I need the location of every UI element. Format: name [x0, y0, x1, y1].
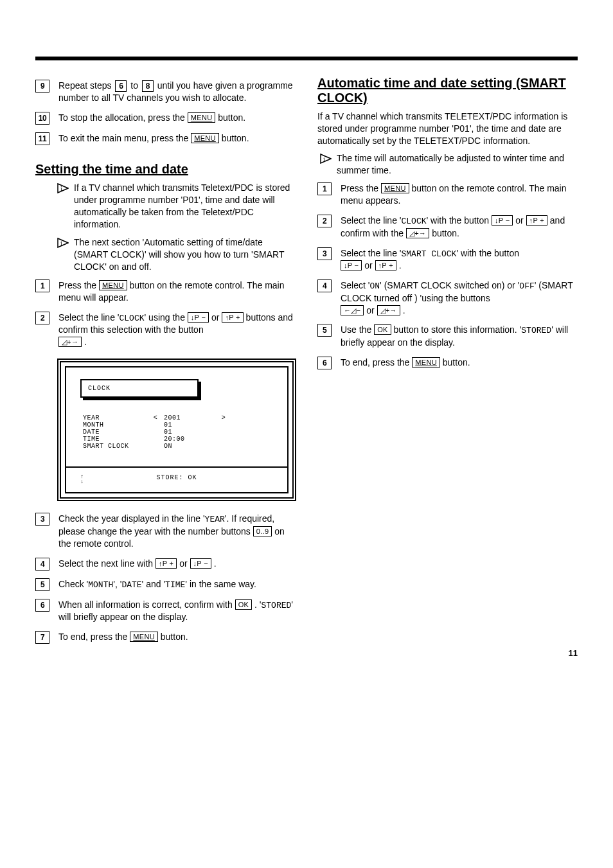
svg-marker-2	[58, 238, 68, 247]
step-4: 4 Select the next line with ↑P + or ↓P −…	[35, 558, 296, 571]
osd-label: MONTH	[83, 421, 147, 429]
osd-body: YEAR<2001> MONTH01 DATE01 TIME20:00 SMAR…	[83, 414, 273, 450]
p-up-button: ↑P +	[526, 215, 547, 226]
text: ' using the	[145, 312, 188, 323]
step-2: 2 Select the line 'CLOCK' with the butto…	[317, 215, 578, 239]
osd-footer: ↑↓ STORE: OK	[66, 466, 287, 492]
manual-page: 9 Repeat steps 6 to 8 until you have giv…	[0, 0, 613, 684]
text: Select the next line with	[58, 558, 155, 569]
step-2: 2 Select the line 'CLOCK' using the ↓P −…	[35, 312, 296, 348]
osd-label: TIME	[83, 436, 147, 443]
text: To end, press the	[341, 357, 412, 368]
osd-label: DATE	[83, 429, 147, 436]
text: button.	[158, 632, 188, 642]
osd-term: STORED	[521, 326, 551, 335]
text: Select the line '	[58, 312, 120, 323]
info-triangle-icon: i	[57, 183, 69, 193]
number-buttons-label: 0..9	[253, 526, 272, 536]
osd-term: ON	[369, 281, 380, 291]
text: .	[396, 260, 402, 270]
step-3: 3 Select the line 'SMART CLOCK' with the…	[317, 247, 578, 272]
two-column-layout: 9 Repeat steps 6 to 8 until you have giv…	[35, 76, 578, 651]
step-5: 5 Check 'MONTH', 'DATE' and 'TIME' in th…	[35, 578, 296, 591]
step-number: 1	[317, 182, 332, 195]
osd-row: MONTH01	[83, 421, 273, 429]
step-text: To end, press the MENU button.	[341, 357, 578, 369]
text: button.	[219, 133, 249, 143]
osd-title-bar: CLOCK	[80, 379, 199, 398]
step-number: 6	[35, 599, 49, 612]
svg-text:i: i	[323, 155, 325, 163]
text: To exit the main menu, press the	[58, 133, 191, 143]
osd-term: CLOCK	[120, 314, 145, 323]
step-number: 3	[317, 247, 332, 260]
step-number: 3	[35, 513, 49, 526]
p-down-button: ↓P −	[188, 312, 209, 323]
step-text: To end, press the MENU button.	[58, 631, 296, 643]
text: to	[128, 80, 140, 91]
text: Press the	[341, 183, 381, 193]
osd-term: SMART CLOCK	[402, 249, 457, 259]
step-text: Repeat steps 6 to 8 until you have given…	[58, 80, 296, 104]
osd-term: DATE	[121, 580, 141, 590]
p-down-button: ↓P −	[341, 260, 362, 270]
step-text: Select 'ON' (SMART CLOCK switched on) or…	[341, 279, 578, 316]
text: button.	[440, 357, 470, 368]
text: ' and '	[142, 579, 165, 589]
osd-footer-text: STORE: OK	[100, 474, 254, 484]
step-text: Select the next line with ↑P + or ↓P − .	[58, 558, 296, 570]
osd-term: TIME	[165, 580, 185, 590]
osd-row: YEAR<2001>	[83, 414, 273, 421]
step-1: 1 Press the MENU button on the remote co…	[35, 279, 296, 304]
text: button to store this information. '	[391, 324, 522, 335]
text: or	[362, 260, 375, 270]
svg-marker-4	[321, 154, 331, 163]
text: When all information is correct, confirm…	[58, 599, 235, 610]
ok-button-label: OK	[374, 324, 391, 335]
step-text: Select the line 'CLOCK' with the button …	[341, 215, 578, 239]
step-text: Select the line 'CLOCK' using the ↓P − o…	[58, 312, 296, 348]
osd-arrow-right: >	[215, 414, 232, 421]
osd-label: SMART CLOCK	[83, 443, 147, 450]
info-note: i The next section 'Automatic setting of…	[57, 236, 296, 273]
step-number: 5	[35, 578, 49, 591]
info-note: i The time will automatically be adjuste…	[320, 152, 578, 177]
text: Use the	[341, 324, 374, 335]
step-text: To stop the allocation, press the MENU b…	[58, 112, 296, 124]
osd-value: 20:00	[164, 436, 215, 443]
step-6: 6 To end, press the MENU button.	[317, 357, 578, 369]
right-plus-button: ◿+→	[58, 337, 82, 347]
osd-term: CLOCK	[402, 217, 427, 226]
menu-button-label: MENU	[188, 112, 216, 123]
text: .	[82, 337, 87, 347]
text: To stop the allocation, press the	[58, 112, 188, 123]
svg-marker-0	[58, 184, 68, 193]
step-number: 1	[35, 279, 49, 292]
step-5: 5 Use the OK button to store this inform…	[317, 324, 578, 348]
section-title-setting-time: Setting the time and date	[35, 162, 296, 177]
menu-button-label: MENU	[381, 183, 409, 193]
step-number: 7	[35, 631, 49, 644]
step-text: Check 'MONTH', 'DATE' and 'TIME' in the …	[58, 578, 296, 591]
top-rule	[35, 57, 578, 60]
text: Check the year displayed in the line '	[58, 513, 205, 524]
step-11: 11 To exit the main menu, press the MENU…	[35, 132, 296, 145]
step-text: When all information is correct, confirm…	[58, 599, 296, 623]
step-4: 4 Select 'ON' (SMART CLOCK switched on) …	[317, 279, 578, 316]
step-6: 6 When all information is correct, confi…	[35, 599, 296, 623]
text: .	[400, 305, 405, 315]
osd-term: MONTH	[88, 580, 113, 590]
text: Select the line '	[341, 248, 402, 258]
step-number: 11	[35, 132, 49, 145]
text: ' (SMART CLOCK switched on) or '	[380, 280, 519, 290]
osd-value: 01	[164, 421, 215, 429]
text: button.	[215, 112, 245, 123]
text: Select the line '	[341, 215, 402, 226]
text: To end, press the	[58, 632, 130, 642]
step-7: 7 To end, press the MENU button.	[35, 631, 296, 644]
step-text: Press the MENU button on the remote cont…	[58, 279, 296, 304]
menu-button-label: MENU	[191, 133, 219, 143]
step-number: 2	[35, 312, 49, 324]
text: Press the	[58, 280, 99, 290]
left-minus-button: ←◿−	[341, 305, 364, 315]
